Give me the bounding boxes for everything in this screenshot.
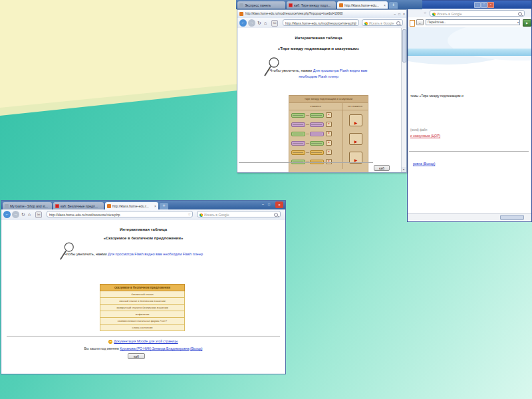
moodle-docs-link[interactable]: Документация Moodle для этой страницы (114, 339, 178, 343)
scroll-down-icon[interactable]: ▾ (402, 167, 406, 172)
scrollbar-thumb[interactable] (402, 29, 406, 63)
term-pill[interactable] (310, 132, 324, 136)
maximize-button[interactable]: □ (481, 2, 487, 8)
tab-other-site[interactable]: My Game - Shop and st... (3, 202, 52, 209)
url-field[interactable]: http://klass.home-edu.ru/mod/resource/vi… (47, 211, 193, 217)
tab-course[interactable]: каб: Безличные предл... (53, 202, 104, 209)
new-tab-button[interactable]: + (389, 2, 398, 9)
flash-caption-line2: необходим Flash плеер (237, 74, 400, 78)
search-input[interactable]: Искать в Google (362, 19, 403, 26)
logout-link[interactable]: (Выход) (190, 346, 202, 350)
table-row[interactable]: слова состояния (100, 325, 185, 331)
term-pill[interactable] (291, 122, 305, 127)
expand-button[interactable]: * (326, 159, 332, 164)
term-pill[interactable] (310, 113, 324, 118)
close-button[interactable]: × (403, 12, 405, 16)
expand-button[interactable]: * (326, 122, 332, 127)
term-pill[interactable] (310, 160, 324, 164)
scrollbar-thumb[interactable] (500, 215, 524, 220)
minimize-button[interactable]: – (474, 2, 481, 8)
home-icon[interactable]: ⌂ (28, 211, 31, 217)
table-row[interactable]: возвратный глагол в безличном значении (100, 305, 185, 311)
flash-player-link[interactable]: Для просмотра Flash видео вам необходим … (108, 252, 203, 256)
tab-close-icon[interactable]: × (154, 204, 156, 208)
flash-player-link[interactable]: Для просмотра Flash видео вам (313, 68, 368, 72)
term-pill[interactable] (291, 113, 305, 118)
term-pill[interactable] (291, 150, 305, 155)
flash-table[interactable]: тире между подлежащим и сказуемым ставит… (289, 95, 368, 172)
table-row[interactable]: —* (291, 111, 332, 119)
minimize-button[interactable]: – (394, 12, 396, 16)
expand-button[interactable]: * (326, 131, 332, 136)
jump-to-select[interactable]: Перейти на... ▾ (426, 19, 520, 25)
search-input[interactable]: Искать в Google (197, 211, 281, 217)
table-row[interactable]: —* (291, 148, 332, 156)
moodle-docs-line: mДокументация Moodle для этой страницы (1, 339, 285, 344)
table-row[interactable]: —* (291, 158, 332, 166)
url-field[interactable]: http://klass.home-edu.ru/mod/resource/vi… (283, 19, 359, 26)
expand-button[interactable]: * (326, 140, 332, 146)
profile-link[interactable]: Курганова (РО-НИК) Зинаида Владимировна (120, 346, 190, 350)
star-icon[interactable]: ☆ (424, 10, 426, 16)
horizontal-scrollbar[interactable] (408, 213, 531, 220)
jump-navigation-row: ← Перейти на... ▾ ▶ (408, 17, 531, 28)
course-footer-button[interactable]: каб (128, 353, 145, 359)
flash-player-link[interactable]: необходим Flash плеер (299, 74, 338, 78)
forward-button[interactable]: → (12, 211, 19, 218)
bookmark-star-icon[interactable]: ☆ (188, 211, 191, 217)
minimize-button[interactable]: – (262, 202, 264, 206)
go-button[interactable]: ▶ (523, 19, 531, 27)
forward-button[interactable]: → (248, 19, 255, 27)
close-button[interactable]: × (487, 2, 494, 8)
table-row[interactable]: инфинитив (100, 311, 185, 318)
term-pill[interactable] (291, 141, 305, 146)
tab-close-icon[interactable]: × (384, 3, 386, 7)
login-status-line: Вы зашли под именем Курганова (РО-НИК) З… (1, 346, 285, 350)
logout-link-fragment[interactable]: ровна (Выход) (413, 162, 435, 166)
back-button[interactable]: ← (416, 19, 424, 25)
table-row[interactable]: —* (291, 130, 332, 138)
tab-course[interactable]: каб: Тире между подл... (287, 1, 336, 9)
refresh-icon[interactable]: ↻ (21, 211, 25, 217)
back-button[interactable]: ← (239, 19, 247, 27)
identity-badge[interactable]: Int (35, 211, 42, 218)
table-row[interactable]: —* (291, 139, 332, 147)
expand-button[interactable]: * (326, 150, 332, 155)
table-row[interactable]: личный глагол в безличном значении (100, 298, 185, 305)
video-button[interactable]: ▶ (349, 133, 362, 145)
close-button[interactable]: × (275, 201, 283, 208)
maximize-button[interactable]: □ (268, 202, 270, 206)
course-footer-button[interactable]: каб (374, 165, 390, 171)
vertical-scrollbar[interactable]: ▾ (401, 28, 406, 172)
tab-resource-active[interactable]: http://klass.home-edu... × (337, 1, 388, 9)
interactive-table[interactable]: сказуемое в безличном предложении безлич… (100, 284, 185, 331)
resource-link[interactable]: и сказуемым (ЦОР) (410, 134, 440, 138)
maximize-button[interactable]: □ (398, 12, 400, 16)
search-input[interactable]: Искать в Google (430, 10, 525, 17)
google-icon (364, 22, 368, 25)
new-tab-button[interactable]: + (160, 203, 168, 209)
term-pill[interactable] (310, 141, 324, 146)
back-button[interactable]: ← (3, 211, 11, 218)
video-button[interactable]: ▶ (349, 114, 362, 126)
page-subtitle: «Сказуемое в безличном предложении» (1, 236, 285, 240)
table-row[interactable]: безличный глагол (100, 291, 185, 298)
tab-express-panel[interactable]: Экспресс панель (237, 1, 285, 9)
popup-browser-window: http://klass.home-edu.ru/mod/resource/vi… (237, 9, 407, 173)
table-row[interactable]: —* (291, 120, 332, 128)
term-pill[interactable] (310, 122, 324, 127)
expand-button[interactable]: * (326, 112, 332, 118)
divider (239, 162, 373, 163)
table-row[interactable]: неизменяемая глагольная форма «нет» (100, 318, 185, 325)
identity-badge[interactable]: Int (271, 20, 278, 27)
tab-resource-active[interactable]: http://klass.home-edu.r... × (105, 202, 158, 209)
bookmark-star-icon[interactable]: ☆ (354, 20, 357, 25)
term-pill[interactable] (291, 160, 305, 164)
flash-table-title: тире между подлежащим и сказуемым (289, 96, 368, 103)
refresh-icon[interactable]: ↻ (257, 20, 261, 26)
term-pill[interactable] (310, 150, 324, 155)
tab-strip-bottom: My Game - Shop and st... каб: Безличные … (1, 201, 285, 209)
home-icon[interactable]: ⌂ (264, 20, 267, 26)
term-pill[interactable] (291, 132, 305, 136)
tab-favicon-orange (339, 3, 343, 7)
